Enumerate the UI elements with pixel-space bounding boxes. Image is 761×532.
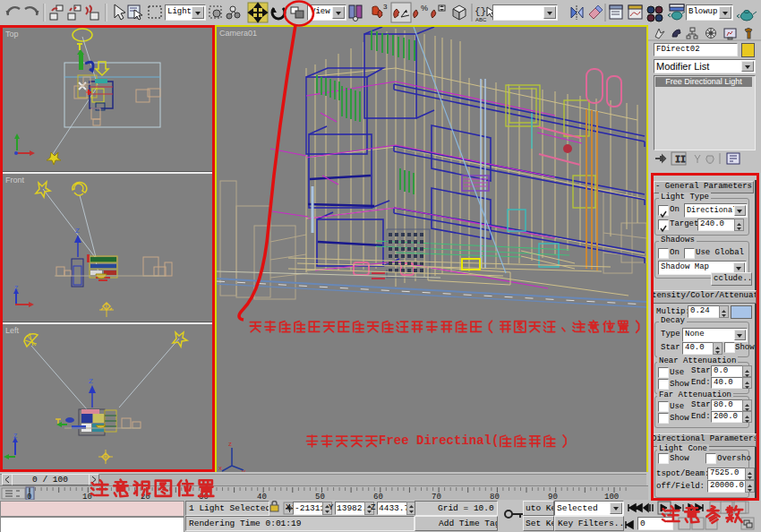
svg-text:3: 3 (383, 3, 388, 11)
svg-text:{}: {} (475, 6, 486, 17)
svg-text:%: % (421, 4, 428, 13)
svg-text:II: II (675, 155, 686, 165)
svg-text:Z: Z (75, 227, 80, 235)
svg-text:ABC: ABC (475, 17, 487, 22)
svg-text:x: x (218, 464, 222, 472)
svg-text:Z: Z (89, 377, 93, 385)
svg-text:z: z (228, 440, 232, 448)
svg-text:Z: Z (13, 433, 18, 439)
